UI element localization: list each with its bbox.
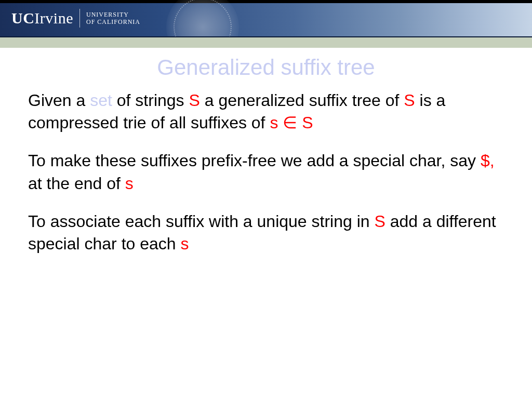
symbol-dollar: $, xyxy=(481,151,495,170)
symbol-S: S xyxy=(404,91,415,110)
slide-content: Generalized suffix tree Given a set of s… xyxy=(0,48,532,255)
paragraph-1: Given a set of strings S a generalized s… xyxy=(28,89,504,134)
sub-band xyxy=(0,37,532,48)
symbol-S: S xyxy=(374,212,385,231)
symbol-s: s xyxy=(125,174,134,193)
paragraph-3: To associate each suffix with a unique s… xyxy=(28,210,504,255)
symbol-S: S xyxy=(189,91,200,110)
uc-seal-icon xyxy=(166,0,239,37)
university-label: UNIVERSITY OF CALIFORNIA xyxy=(86,11,140,26)
uci-logo-block: UCIrvine UNIVERSITY OF CALIFORNIA xyxy=(11,9,140,28)
word-set: set xyxy=(90,91,112,110)
slide-title: Generalized suffix tree xyxy=(28,55,504,80)
symbol-s-in-S: s ∈ S xyxy=(270,113,313,132)
univ-line2: OF CALIFORNIA xyxy=(86,18,140,25)
irvine-text: Irvine xyxy=(34,9,73,26)
univ-line1: UNIVERSITY xyxy=(86,11,140,18)
vertical-divider xyxy=(79,9,80,28)
uc-text: UC xyxy=(11,9,34,26)
symbol-s: s xyxy=(181,234,189,253)
uci-wordmark: UCIrvine xyxy=(11,9,73,27)
header-banner: UCIrvine UNIVERSITY OF CALIFORNIA xyxy=(0,0,532,37)
paragraph-2: To make these suffixes prefix-free we ad… xyxy=(28,150,504,194)
